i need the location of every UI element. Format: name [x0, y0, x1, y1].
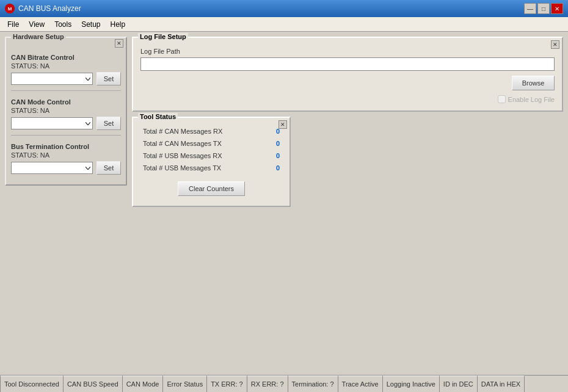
- bitrate-status: STATUS: NA: [11, 62, 121, 70]
- menu-setup[interactable]: Setup: [76, 19, 105, 30]
- bitrate-row: Set: [11, 72, 121, 85]
- log-browse-row: Browse: [140, 76, 555, 90]
- log-file-setup-title: Log File Setup: [138, 33, 188, 40]
- tool-status-panel: Tool Status ✕ Total # CAN Messages RX 0 …: [132, 117, 291, 207]
- menu-tools[interactable]: Tools: [49, 19, 76, 30]
- usb-tx-label: Total # USB Messages TX: [143, 164, 221, 172]
- browse-button[interactable]: Browse: [512, 76, 555, 90]
- main-content: Hardware Setup ✕ CAN Bitrate Control STA…: [0, 32, 568, 375]
- mode-set-button[interactable]: Set: [96, 117, 121, 130]
- usb-rx-value: 0: [268, 152, 280, 159]
- termination-status: STATUS: NA: [11, 151, 121, 159]
- log-file-setup-close[interactable]: ✕: [551, 40, 559, 49]
- menu-bar: File View Tools Setup Help: [0, 17, 568, 32]
- can-tx-value: 0: [268, 140, 280, 147]
- log-file-setup-panel: Log File Setup ✕ Log File Path Browse En…: [132, 37, 563, 112]
- status-data-in-hex: DATA in HEX: [478, 376, 525, 392]
- termination-label: Bus Termination Control: [11, 143, 121, 150]
- status-can-bus-speed: CAN BUS Speed: [64, 376, 123, 392]
- menu-help[interactable]: Help: [106, 19, 131, 30]
- divider-1: [11, 90, 121, 91]
- termination-set-button[interactable]: Set: [96, 161, 121, 175]
- can-rx-row: Total # CAN Messages RX 0: [140, 128, 282, 135]
- minimize-button[interactable]: —: [524, 3, 536, 14]
- mode-section: CAN Mode Control STATUS: NA Set: [11, 98, 121, 130]
- title-bar: M CAN BUS Analyzer — □ ✕: [0, 0, 568, 17]
- can-tx-label: Total # CAN Messages TX: [143, 140, 222, 147]
- status-tool-disconnected: Tool Disconnected: [0, 376, 64, 392]
- hardware-setup-panel: Hardware Setup ✕ CAN Bitrate Control STA…: [5, 37, 127, 186]
- menu-file[interactable]: File: [2, 19, 24, 30]
- mode-select[interactable]: [11, 117, 93, 129]
- status-id-in-dec: ID in DEC: [440, 376, 478, 392]
- mode-row: Set: [11, 117, 121, 130]
- can-rx-value: 0: [268, 128, 280, 135]
- status-can-mode: CAN Mode: [123, 376, 164, 392]
- log-file-path-input[interactable]: [140, 57, 555, 71]
- usb-tx-value: 0: [268, 164, 280, 172]
- maximize-button[interactable]: □: [537, 3, 550, 14]
- bitrate-select[interactable]: [11, 73, 93, 85]
- close-button[interactable]: ✕: [551, 3, 563, 14]
- usb-rx-row: Total # USB Messages RX 0: [140, 152, 282, 159]
- mode-label: CAN Mode Control: [11, 98, 121, 106]
- log-enable-row: Enable Log File: [140, 95, 555, 103]
- app-icon: M: [5, 4, 15, 13]
- enable-log-checkbox[interactable]: [498, 95, 506, 103]
- usb-rx-label: Total # USB Messages RX: [143, 152, 222, 159]
- status-termination: Termination: ?: [288, 376, 338, 392]
- status-tx-err: TX ERR: ?: [207, 376, 247, 392]
- termination-select[interactable]: [11, 162, 93, 174]
- hardware-setup-close[interactable]: ✕: [115, 39, 123, 48]
- log-file-path-label: Log File Path: [140, 48, 555, 55]
- window-title: CAN BUS Analyzer: [18, 4, 81, 13]
- status-bar: Tool Disconnected CAN BUS Speed CAN Mode…: [0, 375, 568, 392]
- usb-tx-row: Total # USB Messages TX 0: [140, 164, 282, 172]
- termination-section: Bus Termination Control STATUS: NA Set: [11, 143, 121, 175]
- can-rx-label: Total # CAN Messages RX: [143, 128, 222, 135]
- title-bar-left: M CAN BUS Analyzer: [5, 4, 81, 13]
- enable-log-label: Enable Log File: [508, 96, 555, 103]
- mode-status: STATUS: NA: [11, 107, 121, 114]
- status-error-status: Error Status: [163, 376, 207, 392]
- left-panel: Hardware Setup ✕ CAN Bitrate Control STA…: [5, 37, 127, 370]
- menu-view[interactable]: View: [24, 19, 49, 30]
- right-panel: Log File Setup ✕ Log File Path Browse En…: [132, 37, 563, 370]
- lower-right: Tool Status ✕ Total # CAN Messages RX 0 …: [132, 117, 563, 207]
- divider-2: [11, 135, 121, 136]
- clear-counters-button[interactable]: Clear Counters: [178, 181, 245, 196]
- tool-status-close[interactable]: ✕: [279, 120, 287, 129]
- status-rx-err: RX ERR: ?: [247, 376, 288, 392]
- bitrate-set-button[interactable]: Set: [96, 72, 121, 85]
- bitrate-label: CAN Bitrate Control: [11, 54, 121, 61]
- bitrate-section: CAN Bitrate Control STATUS: NA Set: [11, 54, 121, 85]
- status-trace-active: Trace Active: [338, 376, 383, 392]
- can-tx-row: Total # CAN Messages TX 0: [140, 140, 282, 147]
- window-controls: — □ ✕: [524, 3, 563, 14]
- hardware-setup-title: Hardware Setup: [11, 33, 66, 40]
- status-logging-inactive: Logging Inactive: [383, 376, 440, 392]
- tool-status-title: Tool Status: [138, 113, 178, 120]
- termination-row: Set: [11, 161, 121, 175]
